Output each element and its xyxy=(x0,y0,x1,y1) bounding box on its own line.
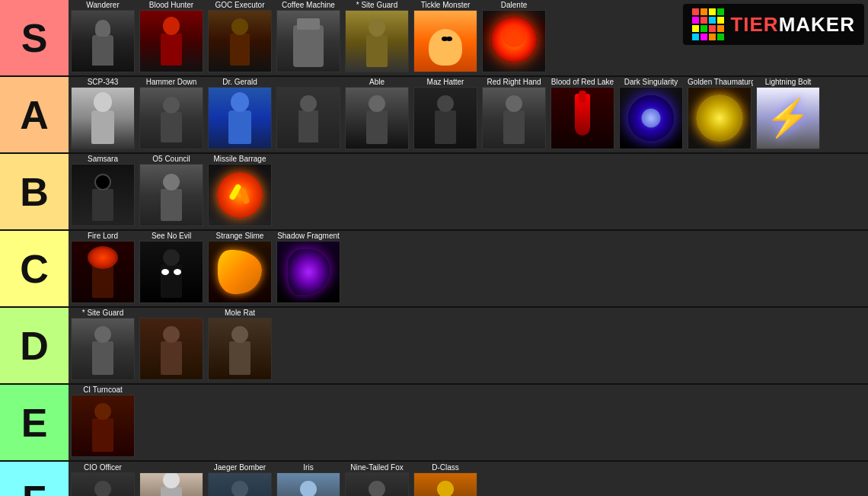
tier-items-c: Fire Lord See No Evil xyxy=(69,231,868,306)
item-label: Blood of Red Lake xyxy=(549,77,616,87)
item-label: Fire Lord xyxy=(69,231,136,241)
item-image xyxy=(208,87,272,149)
logo-cell xyxy=(709,17,716,24)
item-label: SCP-343 xyxy=(69,77,136,87)
list-item: Red Right Hand xyxy=(480,77,548,149)
logo-cell xyxy=(692,8,699,15)
item-image xyxy=(413,10,477,72)
tier-items-b: Samsara O5 Council Missile Barrage xyxy=(69,154,868,229)
logo-text: TIERMAKER xyxy=(730,13,855,37)
item-label: Missile Barrage xyxy=(206,154,273,164)
item-image xyxy=(276,10,340,72)
list-item: * Site Guard xyxy=(69,308,137,380)
item-image xyxy=(71,10,135,72)
item-label: Dalente xyxy=(480,0,547,10)
tier-row-a: A SCP-343 Hammer Down xyxy=(0,77,868,154)
list-item: SCP-343 xyxy=(69,77,137,149)
list-item: Fire Lord xyxy=(69,231,137,303)
item-image xyxy=(139,87,203,149)
list-item: See No Evil xyxy=(137,231,206,303)
item-label: * Site Guard xyxy=(343,0,410,10)
tier-label-c: C xyxy=(0,231,69,306)
tier-label-b: B xyxy=(0,154,69,229)
item-label: Lightning Bolt xyxy=(755,77,822,87)
item-image xyxy=(413,472,477,496)
item-image xyxy=(71,472,135,496)
item-label: Dark Singularity xyxy=(617,77,685,87)
tier-label-a: A xyxy=(0,77,69,152)
item-image xyxy=(345,472,409,496)
item-label: Able xyxy=(343,77,410,87)
list-item: * Site Guard xyxy=(343,0,411,72)
list-item: Wanderer xyxy=(69,0,137,72)
logo-cell xyxy=(692,25,699,32)
item-label: Nine-Tailed Fox xyxy=(343,462,410,472)
item-label: O5 Council xyxy=(138,154,205,164)
item-image xyxy=(345,10,409,72)
item-image xyxy=(208,164,272,226)
list-item: Blood of Red Lake xyxy=(548,77,617,149)
item-label: Iris xyxy=(275,462,342,472)
list-item xyxy=(137,316,206,380)
list-item xyxy=(137,471,206,496)
item-image xyxy=(208,472,272,496)
tier-row-b: B Samsara O5 Council xyxy=(0,154,868,231)
list-item: Golden Thaumaturgy xyxy=(685,77,754,149)
logo-cell xyxy=(717,8,724,15)
list-item: Able xyxy=(343,77,411,149)
item-label: See No Evil xyxy=(138,231,205,241)
list-item: Hammer Down xyxy=(137,77,206,149)
item-label: D-Class xyxy=(412,462,479,472)
logo-cell xyxy=(700,25,707,32)
item-label: Hammer Down xyxy=(138,77,205,87)
logo-cell xyxy=(709,25,716,32)
item-label: Tickle Monster xyxy=(412,0,479,10)
item-image xyxy=(345,87,409,149)
list-item: D-Class xyxy=(411,462,480,496)
item-image xyxy=(71,318,135,380)
tier-items-e: CI Turncoat xyxy=(69,385,868,460)
logo-cell xyxy=(717,34,724,40)
item-image xyxy=(139,241,203,303)
logo-cell xyxy=(709,8,716,15)
item-image xyxy=(139,318,203,380)
list-item: Tickle Monster xyxy=(411,0,480,72)
item-image xyxy=(482,87,546,149)
item-image xyxy=(550,87,614,149)
item-label: Samsara xyxy=(69,154,136,164)
tier-items-f: CIO Officer Jaeger Bomber xyxy=(69,462,868,496)
list-item: Strange Slime xyxy=(206,231,274,303)
item-image xyxy=(71,395,135,457)
item-label: Coffee Machine xyxy=(275,0,342,10)
list-item: Mole Rat xyxy=(206,308,274,380)
item-label: GOC Executor xyxy=(206,0,273,10)
logo-cell xyxy=(700,34,707,40)
item-image xyxy=(71,87,135,149)
item-image xyxy=(619,87,683,149)
logo-maker: MAKER xyxy=(779,13,855,36)
item-label: CI Turncoat xyxy=(69,385,136,395)
item-label: Maz Hatter xyxy=(412,77,479,87)
item-image xyxy=(208,241,272,303)
list-item: Lightning Bolt ⚡ xyxy=(754,77,822,149)
tier-label-d: D xyxy=(0,308,69,383)
logo-tier: TIER xyxy=(730,13,778,36)
item-image xyxy=(276,241,340,303)
item-image xyxy=(71,241,135,303)
item-label: Red Right Hand xyxy=(480,77,547,87)
list-item xyxy=(274,85,343,149)
item-image xyxy=(688,87,752,149)
item-image xyxy=(482,10,546,72)
item-image xyxy=(139,472,203,496)
tier-row-c: C Fire Lord See No Evil xyxy=(0,231,868,308)
item-image xyxy=(139,10,203,72)
logo-cell xyxy=(709,34,716,40)
logo-cell xyxy=(717,25,724,32)
item-image xyxy=(208,10,272,72)
item-label: Golden Thaumaturgy xyxy=(686,77,753,87)
logo-cell xyxy=(700,8,707,15)
list-item: Missile Barrage xyxy=(206,154,274,226)
tier-label-f: F xyxy=(0,462,69,496)
item-label: Blood Hunter xyxy=(138,0,205,10)
item-label: Shadow Fragment xyxy=(275,231,342,241)
